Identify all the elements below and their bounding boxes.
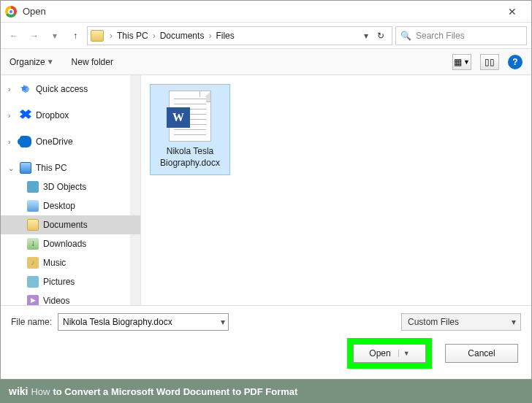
- chevron-right-icon[interactable]: ›: [108, 31, 114, 41]
- videos-icon: [27, 295, 39, 305]
- tree-pictures[interactable]: Pictures: [1, 272, 140, 291]
- chevron-down-icon: ▾: [512, 317, 516, 327]
- open-dialog: Open ✕ ← → ▾ ↑ › This PC › Documents › F…: [0, 0, 532, 380]
- up-button[interactable]: ↑: [66, 27, 84, 45]
- caption-how: How: [31, 386, 50, 397]
- tree-music[interactable]: Music: [1, 253, 140, 272]
- view-mode-button[interactable]: ▦▼: [452, 54, 471, 70]
- folder-icon: [27, 219, 39, 231]
- tree-documents[interactable]: Documents: [1, 215, 140, 234]
- organize-button[interactable]: Organize▼: [10, 57, 54, 67]
- wikihow-caption: wikiHow to Convert a Microsoft Word Docu…: [0, 380, 532, 403]
- filetype-filter[interactable]: Custom Files ▾: [401, 313, 521, 331]
- tree-3d-objects[interactable]: 3D Objects: [1, 177, 140, 196]
- onedrive-icon: [20, 136, 31, 147]
- 3d-icon: [27, 181, 39, 193]
- open-button[interactable]: Open ▼: [353, 344, 426, 363]
- tree-downloads[interactable]: Downloads: [1, 234, 140, 253]
- crumb-documents[interactable]: Documents: [159, 31, 206, 41]
- folder-icon: [91, 30, 104, 42]
- tree-quick-access[interactable]: ›Quick access: [1, 80, 140, 99]
- search-placeholder: Search Files: [416, 31, 465, 41]
- help-button[interactable]: ?: [508, 55, 522, 69]
- file-label: Nikola TeslaBiography.docx: [160, 146, 220, 169]
- breadcrumb-bar[interactable]: › This PC › Documents › Files ▾ ↻: [87, 26, 392, 45]
- window-title: Open: [23, 6, 498, 17]
- tree-onedrive[interactable]: ›OneDrive: [1, 132, 140, 151]
- filename-label: File name:: [11, 317, 52, 327]
- word-document-icon: W: [169, 91, 211, 142]
- tree-this-pc[interactable]: ⌄This PC: [1, 158, 140, 177]
- pc-icon: [20, 162, 31, 174]
- back-button[interactable]: ←: [5, 27, 23, 45]
- tree-dropbox[interactable]: ›Dropbox: [1, 106, 140, 125]
- nav-tree: ›Quick access ›Dropbox ›OneDrive ⌄This P…: [1, 75, 141, 305]
- downloads-icon: [27, 238, 39, 250]
- refresh-button[interactable]: ↻: [373, 31, 389, 41]
- crumb-thispc[interactable]: This PC: [115, 31, 150, 41]
- pictures-icon: [27, 276, 39, 288]
- file-item-selected[interactable]: W Nikola TeslaBiography.docx: [150, 84, 230, 175]
- toolbar: Organize▼ New folder ▦▼ ▯▯ ?: [1, 49, 531, 75]
- filename-input[interactable]: Nikola Tesla Biography.docx ▾: [58, 313, 229, 331]
- caption-wiki: wiki: [9, 385, 28, 397]
- desktop-icon: [27, 200, 39, 212]
- chevron-right-icon[interactable]: ›: [151, 31, 157, 41]
- titlebar: Open ✕: [1, 1, 531, 23]
- star-icon: [20, 83, 31, 95]
- new-folder-button[interactable]: New folder: [72, 57, 113, 67]
- chevron-right-icon[interactable]: ›: [207, 31, 213, 41]
- cancel-button[interactable]: Cancel: [445, 344, 518, 363]
- close-button[interactable]: ✕: [498, 6, 527, 18]
- caption-text: to Convert a Microsoft Word Document to …: [53, 386, 297, 397]
- tree-desktop[interactable]: Desktop: [1, 196, 140, 215]
- preview-pane-button[interactable]: ▯▯: [480, 54, 499, 70]
- dropbox-icon: [20, 110, 31, 121]
- dialog-footer: File name: Nikola Tesla Biography.docx ▾…: [1, 305, 531, 379]
- path-dropdown[interactable]: ▾: [361, 31, 371, 41]
- music-icon: [27, 257, 39, 269]
- forward-button[interactable]: →: [26, 27, 43, 45]
- search-icon: 🔍: [400, 31, 411, 41]
- search-input[interactable]: 🔍 Search Files: [395, 26, 527, 45]
- file-list[interactable]: W Nikola TeslaBiography.docx: [141, 75, 531, 305]
- filename-dropdown[interactable]: ▾: [221, 317, 225, 327]
- tree-videos[interactable]: Videos: [1, 291, 140, 305]
- word-badge: W: [167, 107, 190, 128]
- chrome-icon: [5, 6, 17, 18]
- open-highlight: Open ▼: [347, 338, 432, 369]
- nav-row: ← → ▾ ↑ › This PC › Documents › Files ▾ …: [1, 23, 531, 49]
- crumb-files[interactable]: Files: [214, 31, 235, 41]
- history-dropdown[interactable]: ▾: [46, 27, 64, 45]
